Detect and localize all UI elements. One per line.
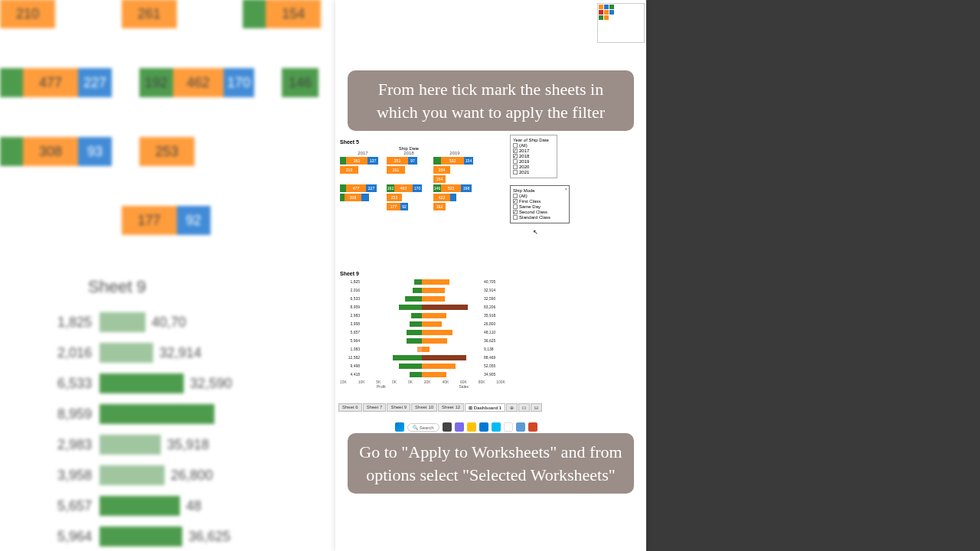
filter-option-label: 2018 xyxy=(519,154,529,158)
checkbox-icon[interactable] xyxy=(513,154,518,158)
worksheet-tab[interactable]: Sheet 6 xyxy=(338,403,362,412)
filter-option[interactable]: (All) xyxy=(513,194,567,198)
bg-sheet9-rows: 1,82540,702,01632,9146,53332,5908,9592,9… xyxy=(46,306,337,551)
bg-sheet9-title: Sheet 9 xyxy=(88,277,146,297)
checkbox-icon[interactable] xyxy=(513,199,518,204)
filter-option[interactable]: 2017 xyxy=(513,148,554,153)
windows-taskbar: 🔍 Search xyxy=(395,422,537,432)
filter-shipmode-card[interactable]: × Ship Mode (All)First ClassSame DaySeco… xyxy=(510,185,570,223)
checkbox-icon[interactable] xyxy=(513,215,518,220)
filter-option-label: 2017 xyxy=(519,148,529,153)
filter-option-label: (All) xyxy=(519,194,528,198)
filter-option-label: 2020 xyxy=(519,165,529,169)
filter-option[interactable]: Standard Class xyxy=(513,215,567,220)
checkbox-icon[interactable] xyxy=(513,210,518,214)
filter-year-card[interactable]: Year of Ship Date (All)20172018201920202… xyxy=(510,135,557,178)
worksheet-tab[interactable]: Sheet 9 xyxy=(387,403,410,412)
worksheet-tab[interactable]: Sheet 10 xyxy=(411,403,437,412)
filter-option[interactable]: 2018 xyxy=(513,154,554,158)
filter-option-label: (All) xyxy=(519,143,528,148)
windows-start-icon[interactable] xyxy=(395,422,404,432)
filter-option[interactable]: 2019 xyxy=(513,159,554,164)
filter-year-title: Year of Ship Date xyxy=(513,138,554,142)
tab-control-icon[interactable]: ⊡ xyxy=(518,403,530,412)
filter-option[interactable]: 2021 xyxy=(513,170,554,174)
taskbar-app-icon[interactable] xyxy=(516,422,525,432)
powerpoint-icon[interactable] xyxy=(528,422,537,432)
dashboard-thumbnail xyxy=(597,3,645,43)
filter-option[interactable]: (All) xyxy=(513,143,554,148)
taskbar-app-icon[interactable] xyxy=(443,422,452,432)
checkbox-icon[interactable] xyxy=(513,159,518,164)
worksheet-tab[interactable]: ⊞ Dashboard 1 xyxy=(465,403,505,412)
video-letterbox-right xyxy=(646,0,980,551)
axis-label-sales: Sales xyxy=(459,384,469,389)
taskbar-app-icon[interactable] xyxy=(492,422,501,432)
taskbar-app-icon[interactable] xyxy=(455,422,464,432)
filter-option-label: First Class xyxy=(519,199,541,204)
edge-icon[interactable] xyxy=(479,422,488,432)
worksheet-tab[interactable]: Sheet 12 xyxy=(438,403,464,412)
filter-option[interactable]: First Class xyxy=(513,199,567,204)
tab-control-icon[interactable]: ⊟ xyxy=(531,403,542,412)
worksheet-tab[interactable]: Sheet 7 xyxy=(363,403,387,412)
checkbox-icon[interactable] xyxy=(513,170,518,174)
sheet9-title: Sheet 9 xyxy=(340,271,505,276)
caption-bottom: Go to "Apply to Worksheets" and from opt… xyxy=(348,433,634,494)
sheet9-panel: Sheet 9 1,82540,7052,01632,9146,53332,59… xyxy=(340,271,505,389)
close-icon[interactable]: × xyxy=(564,187,567,191)
checkbox-icon[interactable] xyxy=(513,165,518,169)
sheet5-year-header: 201720182019 xyxy=(340,151,478,155)
filter-option-label: 2019 xyxy=(519,159,529,164)
filter-option-label: 2021 xyxy=(519,170,529,174)
filter-shipmode-title: Ship Mode xyxy=(513,188,567,193)
axis-label-profit: Profit xyxy=(377,384,386,389)
caption-top: From here tick mark the sheets in which … xyxy=(348,70,634,131)
tab-control-icon[interactable]: ⊕ xyxy=(506,403,518,412)
filter-option-label: Second Class xyxy=(519,210,547,214)
filter-option[interactable]: 2020 xyxy=(513,165,554,169)
taskbar-search[interactable]: 🔍 Search xyxy=(407,423,439,432)
chrome-icon[interactable] xyxy=(504,422,513,432)
folder-icon[interactable] xyxy=(467,422,476,432)
filter-option[interactable]: Second Class xyxy=(513,210,567,214)
phone-screenshot-column: Sheet 5 Ship Date 201720182019 261137251… xyxy=(335,0,646,551)
filter-option-label: Same Day xyxy=(519,204,541,209)
sheet5-panel: Sheet 5 Ship Date 201720182019 261137251… xyxy=(340,139,478,212)
cursor-icon: ↖ xyxy=(533,229,538,236)
filter-option-label: Standard Class xyxy=(519,215,550,220)
worksheet-tabs: Sheet 6Sheet 7Sheet 9Sheet 10Sheet 12⊞ D… xyxy=(338,403,542,412)
sheet5-title: Sheet 5 xyxy=(340,139,478,145)
filter-option[interactable]: Same Day xyxy=(513,204,567,209)
